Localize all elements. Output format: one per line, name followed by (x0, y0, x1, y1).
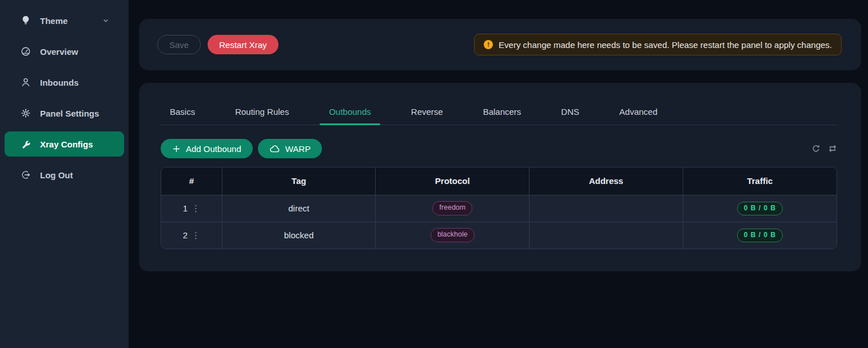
table-row: 2 ⋮ blocked blackhole 0 B / 0 B (161, 222, 837, 249)
dashboard-icon (21, 46, 31, 57)
user-icon (21, 77, 31, 87)
config-tabs: Basics Routing Rules Outbounds Reverse B… (161, 107, 837, 125)
traffic-badge: 0 B / 0 B (737, 229, 783, 242)
tab-dns[interactable]: DNS (552, 107, 588, 125)
row-menu-icon[interactable]: ⋮ (192, 204, 200, 213)
sidebar-item-label: Overview (40, 47, 78, 57)
bulb-icon (21, 15, 31, 26)
warp-label: WARP (285, 144, 310, 154)
sidebar-item-overview[interactable]: Overview (5, 39, 124, 64)
traffic-badge: 0 B / 0 B (737, 202, 783, 215)
table-header-row: # Tag Protocol Address Traffic (161, 167, 837, 195)
sidebar-item-label: Theme (40, 16, 67, 26)
protocol-badge: freedom (432, 201, 472, 215)
sidebar-item-theme[interactable]: Theme (5, 8, 124, 33)
main-content: Save Restart Xray ! Every change made he… (129, 0, 868, 348)
outbounds-table: # Tag Protocol Address Traffic 1 ⋮ (161, 167, 837, 249)
outbounds-actions-row: Add Outbound WARP (161, 139, 837, 158)
column-header-index: # (161, 167, 222, 195)
restart-xray-button[interactable]: Restart Xray (208, 35, 278, 54)
sidebar-item-label: Panel Settings (40, 109, 99, 118)
tab-advanced[interactable]: Advanced (610, 107, 667, 125)
cloud-icon (269, 145, 280, 153)
plus-icon (172, 145, 181, 153)
row-menu-icon[interactable]: ⋮ (192, 231, 200, 239)
protocol-badge: blackhole (431, 228, 475, 242)
table-tools (811, 144, 837, 153)
tab-outbounds[interactable]: Outbounds (320, 107, 380, 125)
add-outbound-label: Add Outbound (186, 144, 241, 154)
address-cell (529, 195, 683, 222)
sidebar-item-log-out[interactable]: Log Out (5, 162, 124, 187)
sidebar-item-xray-configs[interactable]: Xray Configs (5, 131, 124, 157)
refresh-icon[interactable] (811, 144, 821, 153)
column-header-tag: Tag (222, 167, 376, 195)
toolbar-card: Save Restart Xray ! Every change made he… (139, 19, 861, 70)
sidebar-item-label: Inbounds (40, 78, 79, 87)
logout-icon (21, 170, 31, 180)
tab-balancers[interactable]: Balancers (474, 107, 531, 125)
repeat-icon[interactable] (828, 144, 837, 153)
sidebar: Theme Overview Inbounds (0, 0, 129, 348)
wrench-icon (21, 139, 31, 149)
tab-reverse[interactable]: Reverse (402, 107, 452, 125)
sidebar-item-panel-settings[interactable]: Panel Settings (5, 101, 124, 126)
address-cell (529, 222, 683, 249)
column-header-traffic: Traffic (683, 167, 837, 195)
tag-cell: direct (222, 195, 376, 222)
chevron-down-icon (102, 17, 109, 24)
gear-icon (21, 108, 31, 118)
save-button[interactable]: Save (157, 35, 201, 54)
row-index: 2 (183, 230, 188, 240)
table-row: 1 ⋮ direct freedom 0 B / 0 B (161, 195, 837, 222)
exclamation-circle-icon: ! (484, 40, 493, 49)
tab-basics[interactable]: Basics (161, 107, 204, 125)
save-warning-alert: ! Every change made here needs to be sav… (474, 34, 842, 55)
warp-button[interactable]: WARP (258, 139, 322, 158)
sidebar-item-inbounds[interactable]: Inbounds (5, 70, 124, 95)
column-header-protocol: Protocol (376, 167, 529, 195)
sidebar-item-label: Log Out (40, 170, 73, 180)
tab-routing-rules[interactable]: Routing Rules (226, 107, 298, 125)
row-index: 1 (183, 203, 188, 213)
xray-config-card: Basics Routing Rules Outbounds Reverse B… (139, 83, 861, 271)
column-header-address: Address (529, 167, 683, 195)
tag-cell: blocked (222, 222, 376, 249)
add-outbound-button[interactable]: Add Outbound (161, 139, 253, 158)
sidebar-item-label: Xray Configs (40, 139, 93, 149)
alert-text: Every change made here needs to be saved… (499, 40, 832, 50)
